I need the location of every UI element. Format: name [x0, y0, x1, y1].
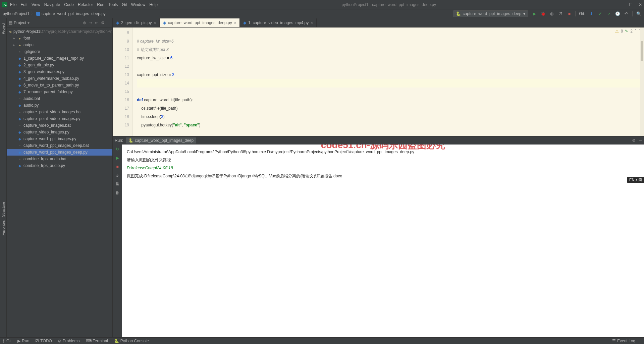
close-tab-icon[interactable]: × — [234, 21, 236, 25]
side-tab-project[interactable]: Project — [1, 23, 5, 34]
git-history-button[interactable]: 🕘 — [615, 11, 620, 16]
settings-button[interactable]: ⚙ — [101, 20, 105, 25]
menu-help[interactable]: Help — [149, 2, 158, 7]
terminal-icon: ⌨ — [86, 339, 92, 343]
menu-refactor[interactable]: Refactor — [78, 2, 93, 7]
status-run[interactable]: ▶Run — [17, 339, 29, 343]
editor-tab[interactable]: ◆2_gen_dir_pic.py× — [113, 18, 160, 27]
menu-git[interactable]: Git — [122, 2, 127, 7]
python-file-icon — [36, 12, 40, 16]
search-everywhere-button[interactable]: 🔍 — [636, 11, 641, 16]
run-button[interactable]: ▶ — [115, 155, 120, 161]
stop-button[interactable]: ■ — [567, 11, 572, 16]
project-tree[interactable]: ▾▸pythonProject1 D:\myproject\PycharmPro… — [7, 27, 112, 337]
tree-item[interactable]: ▫capture_word_ppt_images_deep.bat — [7, 142, 112, 149]
menu-tools[interactable]: Tools — [108, 2, 118, 7]
run-console[interactable]: code51.cn-源码乐园盗图必究 C:\Users\Administrato… — [122, 145, 644, 337]
menu-edit[interactable]: Edit — [20, 2, 28, 7]
tree-item[interactable]: ▫capture_video_images.bat — [7, 122, 112, 129]
code-editor[interactable]: 8910111213141516171819 # capture_lw_size… — [113, 27, 644, 136]
editor-tab[interactable]: ◆1_capture_video_images_mp4.py× — [240, 18, 317, 27]
status-event-log[interactable]: ☰Event Log — [612, 339, 635, 343]
run-tab[interactable]: 🐍 capture_word_ppt_images_deep — [126, 137, 196, 144]
console-line: D:\releaseComp\24-08\18 — [127, 164, 639, 172]
stop-button[interactable]: ■ — [115, 164, 120, 169]
status-problems[interactable]: ⊘Problems — [58, 339, 80, 343]
tree-item[interactable]: ◆6_move_txt_to_parent_path.py — [7, 82, 112, 89]
typo-icon: ✎ — [625, 29, 628, 34]
chevron-down-icon: ▾ — [523, 11, 525, 16]
left-tool-stripe: Project Structure Favorites — [0, 18, 7, 337]
chevron-up-icon[interactable]: ˄ — [635, 29, 637, 34]
status-python-console[interactable]: 🐍Python Console — [114, 339, 149, 343]
tree-item[interactable]: ◆4_gen_watermarker_taobao.py — [7, 75, 112, 82]
run-button[interactable]: ▶ — [532, 11, 537, 16]
run-configuration-selector[interactable]: 🐍 capture_word_ppt_images_deep ▾ — [453, 10, 529, 17]
hide-button[interactable]: ─ — [107, 20, 110, 25]
status-git[interactable]: ᚶGit — [3, 339, 11, 343]
menu-window[interactable]: Window — [131, 2, 146, 7]
git-update-button[interactable]: ⬇ — [589, 11, 594, 16]
menu-code[interactable]: Code — [64, 2, 74, 7]
app-logo: PC — [2, 2, 7, 7]
tree-item[interactable]: ▫combine_frps_audio.bat — [7, 156, 112, 162]
git-commit-button[interactable]: ✔ — [597, 11, 603, 16]
collapse-all-button[interactable]: ⇤ — [95, 20, 98, 25]
menu-file[interactable]: File — [10, 2, 16, 7]
tree-item[interactable]: ▸▸output — [7, 42, 112, 48]
print-button[interactable]: 🖶 — [115, 181, 120, 187]
rerun-button[interactable]: ↻ — [115, 147, 120, 152]
maximize-button[interactable]: ☐ — [629, 2, 633, 7]
tree-item[interactable]: ◆1_capture_video_images_mp4.py — [7, 55, 112, 62]
tree-item[interactable]: ◆capture_video_images.py — [7, 129, 112, 135]
breadcrumb-project[interactable]: pythonProject1 — [3, 11, 30, 16]
locate-button[interactable]: ⊕ — [83, 20, 86, 25]
editor-tab[interactable]: ◆capture_word_ppt_images_deep.py× — [160, 18, 240, 27]
menu-navigate[interactable]: Navigate — [44, 2, 60, 7]
layout-button[interactable]: ⫝ — [115, 173, 120, 178]
close-tab-icon[interactable]: × — [311, 21, 313, 25]
tree-item[interactable]: ◆capture_word_ppt_images.py — [7, 135, 112, 142]
run-settings-button[interactable]: ⚙ — [632, 138, 636, 143]
run-hide-button[interactable]: ─ — [639, 138, 642, 143]
git-push-button[interactable]: ↗ — [606, 11, 611, 16]
tree-item[interactable]: ◆capture_word_ppt_images_deep.py — [7, 149, 112, 156]
side-tab-favorites[interactable]: Favorites — [1, 220, 5, 235]
menu-run[interactable]: Run — [97, 2, 104, 7]
ime-indicator[interactable]: EN ♪ 简 — [627, 177, 644, 183]
editor-scrollbar[interactable] — [640, 27, 644, 136]
coverage-button[interactable]: ◎ — [549, 11, 554, 16]
tree-item[interactable]: ◆3_gen_watermarker.py — [7, 68, 112, 75]
debug-button[interactable]: 🐞 — [540, 11, 546, 16]
close-tab-icon[interactable]: × — [154, 21, 156, 25]
profile-button[interactable]: ⏱ — [558, 11, 563, 16]
tree-item[interactable]: ◆audio.py — [7, 102, 112, 109]
git-rollback-button[interactable]: ↶ — [624, 11, 629, 16]
tree-item[interactable]: ◆7_rename_parent_folder.py — [7, 89, 112, 95]
project-tool-window: ▤ Project ▾ ⊕ ⇥ ⇤ ⚙ ─ ▾▸pythonProject1 D… — [7, 18, 113, 337]
inspection-widget[interactable]: ⚠8 ✎2 ˄ ˅ — [615, 29, 641, 34]
scrollbar-thumb[interactable] — [641, 41, 643, 61]
tree-item[interactable]: ▸▸font — [7, 35, 112, 42]
tree-item[interactable]: ◆2_gen_dir_pic.py — [7, 62, 112, 68]
chevron-down-icon[interactable]: ▾ — [28, 20, 30, 25]
project-panel-title[interactable]: Project — [14, 20, 26, 25]
tree-item[interactable]: ▫capture_point_video_images.bat — [7, 109, 112, 115]
tree-item[interactable]: ▾▸pythonProject1 D:\myproject\PycharmPro… — [7, 28, 112, 35]
expand-all-button[interactable]: ⇥ — [89, 20, 92, 25]
code-content[interactable]: # capture_lw_size=6# 论文截图6 ppt 3capture_… — [133, 27, 644, 136]
delete-button[interactable]: 🗑 — [115, 190, 120, 195]
side-tab-structure[interactable]: Structure — [1, 202, 5, 217]
tree-item[interactable]: ◆capture_point_video_images.py — [7, 115, 112, 122]
breadcrumb-file[interactable]: capture_word_ppt_images_deep.py — [42, 11, 106, 16]
menu-view[interactable]: View — [32, 2, 40, 7]
minimize-button[interactable]: ─ — [620, 2, 623, 7]
tree-item[interactable]: ▫audio.bat — [7, 95, 112, 102]
close-button[interactable]: ✕ — [639, 2, 642, 7]
status-terminal[interactable]: ⌨Terminal — [86, 339, 108, 343]
tree-item[interactable]: ◆combine_frps_audio.py — [7, 162, 112, 169]
console-line: 截图完成-D:\releaseComp\24-08\18\djangoqkby2… — [127, 172, 639, 180]
tree-item[interactable]: ▪.gitignore — [7, 48, 112, 55]
play-icon: ▶ — [17, 339, 20, 343]
status-todo[interactable]: ☑TODO — [35, 339, 52, 343]
